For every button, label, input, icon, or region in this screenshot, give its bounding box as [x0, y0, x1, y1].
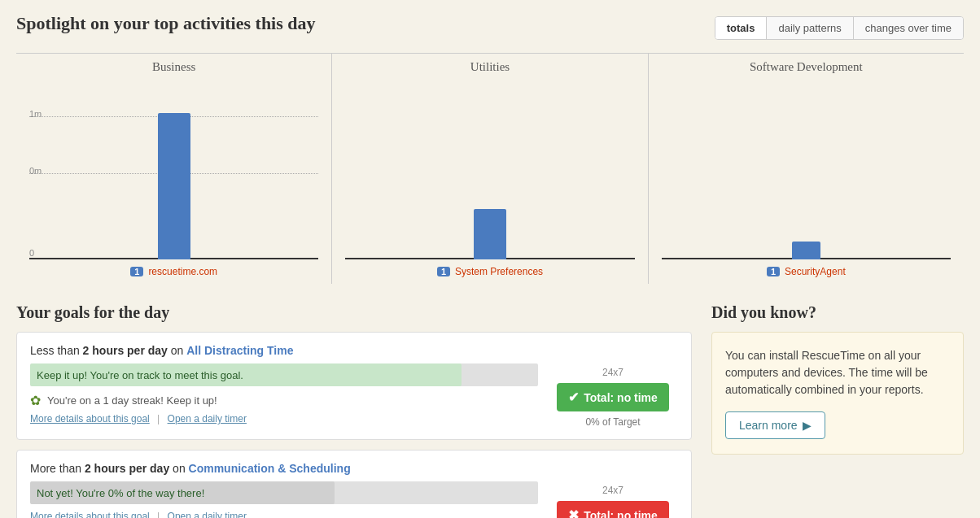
goal2-links: More details about this goal | Open a da…	[30, 511, 538, 518]
goal2-progress-bg: Not yet! You're 0% of the way there!	[30, 481, 538, 504]
tab-changes-over-time[interactable]: changes over time	[854, 17, 963, 39]
chart-column-utilities: Utilities 1 System Preferences	[332, 54, 648, 284]
goal1-tag: 24x7	[602, 367, 623, 378]
goal1-right: 24x7 ✔ Total: no time 0% of Target	[548, 363, 678, 428]
goal2-link2[interactable]: Open a daily timer	[168, 511, 247, 518]
goal1-inner: Keep it up! You're on track to meet this…	[30, 363, 678, 428]
goal2-divider: |	[157, 511, 160, 518]
bar-wrap-software	[662, 81, 951, 259]
bar-wrap-business	[29, 81, 318, 259]
goal1-streak-text: You're on a 1 day streak! Keep it up!	[47, 394, 217, 407]
goal1-progress-text: Keep it up! You're on track to meet this…	[37, 369, 243, 381]
goal1-progress-fill: Keep it up! You're on track to meet this…	[30, 363, 462, 386]
goal2-left: Not yet! You're 0% of the way there! Mor…	[30, 481, 538, 518]
tab-totals[interactable]: totals	[715, 17, 768, 39]
goal1-link2[interactable]: Open a daily timer	[168, 413, 247, 424]
goal-header-1: Less than 2 hours per day on All Distrac…	[30, 344, 678, 357]
goal1-left: Keep it up! You're on track to meet this…	[30, 363, 538, 428]
goal1-streak-row: ✿ You're on a 1 day streak! Keep it up!	[30, 393, 538, 408]
chart-col-title-business: Business	[29, 60, 318, 74]
goal2-tag: 24x7	[602, 485, 623, 496]
goal1-divider: |	[157, 413, 160, 424]
learn-more-arrow: ▶	[803, 419, 812, 432]
page: Spotlight on your top activities this da…	[0, 0, 980, 518]
goal1-badge-label: Total: no time	[584, 391, 658, 404]
goal1-pct: 0% of Target	[585, 416, 640, 428]
goal1-prefix: Less than	[30, 344, 83, 357]
goal2-inner: Not yet! You're 0% of the way there! Mor…	[30, 481, 678, 518]
chart-legend-business: 1 rescuetime.com	[29, 266, 318, 277]
learn-more-button[interactable]: Learn more ▶	[725, 411, 825, 439]
goal1-progress-bg: Keep it up! You're on track to meet this…	[30, 363, 538, 386]
chart-legend-software: 1 SecurityAgent	[662, 266, 951, 277]
dyk-title: Did you know?	[711, 303, 964, 322]
goal1-badge-icon: ✔	[568, 390, 579, 405]
goal2-activity: Communication & Scheduling	[189, 462, 351, 475]
goal2-conjunction: on	[169, 462, 188, 475]
legend-link-utilities[interactable]: System Preferences	[455, 266, 543, 277]
legend-num-business: 1	[130, 267, 143, 276]
page-title: Spotlight on your top activities this da…	[16, 13, 316, 34]
bar-software	[792, 242, 820, 259]
streak-icon-1: ✿	[30, 393, 41, 408]
goal2-badge-icon: ✖	[568, 507, 579, 518]
goal1-conjunction: on	[168, 344, 186, 357]
learn-more-label: Learn more	[739, 419, 798, 432]
dyk-card: You can install RescueTime on all your c…	[711, 332, 964, 455]
chart-column-software: Software Development 1 SecurityAgent	[649, 54, 964, 284]
goal2-prefix: More than	[30, 462, 85, 475]
chart-section: Business 1m 0m 0 1 resc	[16, 53, 964, 284]
legend-link-business[interactable]: rescuetime.com	[148, 266, 217, 277]
goal2-right: 24x7 ✖ Total: no time 0% of Target	[548, 481, 678, 518]
goal1-badge: ✔ Total: no time	[557, 383, 669, 411]
goal2-badge-label: Total: no time	[584, 509, 658, 519]
goal2-badge: ✖ Total: no time	[557, 501, 669, 518]
goal2-link1[interactable]: More details about this goal	[30, 511, 150, 518]
goal1-link1[interactable]: More details about this goal	[30, 413, 150, 424]
legend-num-software: 1	[767, 267, 780, 276]
bottom-section: Your goals for the day Less than 2 hours…	[16, 303, 964, 518]
goal2-progress-text: Not yet! You're 0% of the way there!	[37, 487, 204, 499]
goals-section: Your goals for the day Less than 2 hours…	[16, 303, 692, 518]
goal-card-1: Less than 2 hours per day on All Distrac…	[16, 332, 692, 440]
chart-col-title-utilities: Utilities	[345, 60, 634, 74]
header-row: Spotlight on your top activities this da…	[16, 13, 964, 40]
goal1-amount: 2 hours per day	[83, 344, 168, 357]
bar-business	[158, 113, 190, 259]
goals-title: Your goals for the day	[16, 303, 692, 322]
legend-num-utilities: 1	[437, 267, 450, 276]
tab-daily-patterns[interactable]: daily patterns	[767, 17, 853, 39]
goal1-activity: All Distracting Time	[186, 344, 293, 357]
bar-wrap-utilities	[345, 81, 634, 259]
goal2-progress-fill: Not yet! You're 0% of the way there!	[30, 481, 335, 504]
goal-header-2: More than 2 hours per day on Communicati…	[30, 462, 678, 475]
dyk-text: You can install RescueTime on all your c…	[725, 347, 950, 398]
goal1-links: More details about this goal | Open a da…	[30, 413, 538, 424]
chart-col-title-software: Software Development	[662, 60, 951, 74]
tab-group: totals daily patterns changes over time	[715, 16, 964, 40]
goal2-amount: 2 hours per day	[85, 462, 169, 475]
chart-column-business: Business 1m 0m 0 1 resc	[16, 54, 332, 284]
did-you-know-section: Did you know? You can install RescueTime…	[711, 303, 964, 518]
chart-legend-utilities: 1 System Preferences	[345, 266, 634, 277]
goal-card-2: More than 2 hours per day on Communicati…	[16, 450, 692, 518]
legend-link-software[interactable]: SecurityAgent	[785, 266, 846, 277]
bar-utilities	[474, 209, 506, 259]
